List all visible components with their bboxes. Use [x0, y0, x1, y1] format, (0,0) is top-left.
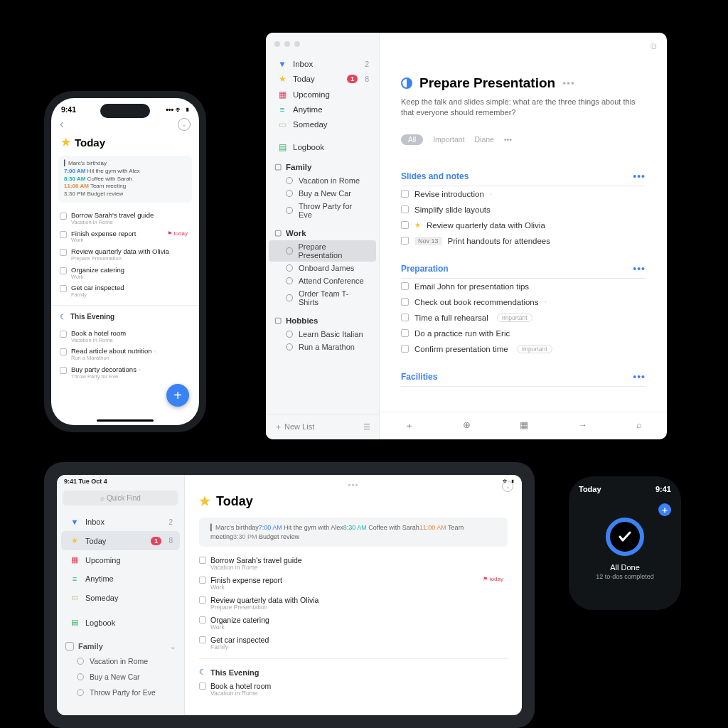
task-row[interactable]: Book a hotel room Vacation in Rome	[199, 680, 508, 700]
sidebar-item-today[interactable]: ★ Today 1 8	[61, 531, 180, 550]
toolbar-calendar-icon[interactable]: ▦	[520, 419, 528, 432]
task-checkbox[interactable]	[60, 231, 67, 238]
project-buy a new car[interactable]: Buy a New Car	[269, 187, 376, 200]
task-row[interactable]: Simplify slide layouts	[401, 202, 646, 218]
share-icon[interactable]: ⧉	[651, 41, 657, 51]
project-throw party for eve[interactable]: Throw Party for Eve	[57, 685, 184, 700]
sidebar-item-today[interactable]: ★ Today 1 8	[269, 71, 376, 87]
area-family[interactable]: ▢Family	[266, 155, 379, 174]
window-controls[interactable]	[266, 33, 379, 57]
section-title[interactable]: Facilities	[401, 372, 437, 382]
project-onboard james[interactable]: Onboard James	[269, 262, 376, 274]
task-checkbox[interactable]	[199, 616, 206, 623]
task-checkbox[interactable]	[60, 331, 67, 338]
add-task-button[interactable]: +	[166, 384, 189, 407]
sidebar-item-logbook[interactable]: ▤ Logbook	[269, 139, 376, 155]
project-more-icon[interactable]: •••	[562, 77, 575, 89]
task-checkbox[interactable]	[401, 298, 409, 306]
task-checkbox[interactable]	[199, 682, 206, 690]
task-checkbox[interactable]	[60, 348, 67, 355]
task-checkbox[interactable]	[199, 557, 206, 564]
task-checkbox[interactable]	[401, 205, 409, 213]
task-row[interactable]: Get car inspected Family	[199, 633, 508, 653]
home-indicator[interactable]	[97, 419, 154, 422]
calendar-events-card[interactable]: ▎Marc's birthday7:00 AM Hit the gym with…	[199, 518, 508, 547]
task-checkbox[interactable]	[401, 282, 409, 290]
task-checkbox[interactable]	[401, 221, 409, 229]
sidebar-item-inbox[interactable]: ▼ Inbox 2	[269, 57, 376, 71]
task-row[interactable]: Organize catering Work	[58, 264, 192, 283]
section-more-icon[interactable]: •••	[633, 263, 646, 274]
task-row[interactable]: Borrow Sarah's travel guide Vacation in …	[199, 554, 508, 574]
project-prepare presentation[interactable]: Prepare Presentation	[269, 240, 376, 262]
section-more-icon[interactable]: •••	[633, 171, 646, 182]
task-row[interactable]: Nov 13 Print handouts for attendees	[401, 233, 646, 249]
toolbar-move-icon[interactable]: →	[578, 419, 587, 432]
task-checkbox[interactable]	[199, 577, 206, 584]
tag-chip[interactable]: Important	[497, 314, 532, 322]
area-family[interactable]: Family ⌄	[57, 632, 184, 653]
task-checkbox[interactable]	[60, 285, 67, 292]
task-checkbox[interactable]	[401, 314, 409, 321]
section-title[interactable]: Slides and notes	[401, 171, 469, 181]
sidebar-item-someday[interactable]: ▭ Someday	[269, 117, 376, 132]
area-work[interactable]: ▢Work	[266, 221, 379, 240]
tag-diane[interactable]: Diane	[474, 135, 493, 144]
task-row[interactable]: Time a full rehearsal Important	[401, 310, 646, 326]
task-row[interactable]: Book a hotel room Vacation in Rome	[58, 328, 192, 346]
sidebar-item-anytime[interactable]: ≡ Anytime	[61, 569, 180, 588]
task-checkbox[interactable]	[401, 237, 409, 245]
back-chevron-icon[interactable]: ‹	[60, 117, 64, 132]
sidebar-item-anytime[interactable]: ≡ Anytime	[269, 102, 376, 117]
task-row[interactable]: Get car inspected Family	[58, 282, 192, 301]
task-checkbox[interactable]	[199, 636, 206, 643]
sidebar-item-upcoming[interactable]: ▦ Upcoming	[61, 550, 180, 569]
task-row[interactable]: Do a practice run with Eric	[401, 326, 646, 341]
task-checkbox[interactable]	[199, 596, 206, 604]
section-more-icon[interactable]: •••	[633, 371, 646, 382]
tag-chip[interactable]: Important	[517, 345, 552, 353]
area-hobbies[interactable]: ▢Hobbies	[266, 309, 379, 328]
project-notes[interactable]: Keep the talk and slides simple: what ar…	[401, 97, 643, 119]
task-row[interactable]: Borrow Sarah's travel guide Vacation in …	[58, 210, 192, 228]
task-checkbox[interactable]	[60, 267, 67, 274]
task-row[interactable]: Buy party decorations ▫ Throw Party for …	[58, 364, 192, 382]
toolbar-new-todo-icon[interactable]: ＋	[405, 419, 414, 432]
task-row[interactable]: Email John for presentation tips	[401, 279, 646, 294]
sidebar-item-upcoming[interactable]: ▦ Upcoming	[269, 87, 376, 102]
quick-find-input[interactable]: ⌕ Quick Find	[63, 491, 178, 505]
task-row[interactable]: Check out book recommendations ▫	[401, 294, 646, 310]
project-attend conference[interactable]: Attend Conference	[269, 274, 376, 287]
task-row[interactable]: Finish expense report Work ⚑ today	[199, 574, 508, 594]
collapse-toggle-icon[interactable]: ⌄	[502, 481, 513, 492]
task-row[interactable]: Read article about nutrition ▫ Run a Mar…	[58, 346, 192, 364]
task-checkbox[interactable]	[60, 249, 67, 256]
project-vacation in rome[interactable]: Vacation in Rome	[57, 653, 184, 669]
more-icon[interactable]: •••	[348, 481, 359, 491]
tag-more-icon[interactable]: •••	[504, 135, 512, 144]
calendar-events-card[interactable]: ▎Marc's birthday7:00 AM Hit the gym with…	[58, 156, 192, 203]
sidebar-item-inbox[interactable]: ▼ Inbox 2	[61, 513, 180, 531]
task-checkbox[interactable]	[401, 190, 409, 198]
project-learn basic italian[interactable]: Learn Basic Italian	[269, 328, 376, 341]
project-throw party for eve[interactable]: Throw Party for Eve	[269, 200, 376, 221]
task-checkbox[interactable]	[60, 367, 67, 374]
section-title[interactable]: Preparation	[401, 264, 449, 274]
add-task-button[interactable]: +	[658, 503, 671, 516]
task-row[interactable]: Revise introduction ▫	[401, 186, 646, 202]
toolbar-search-icon[interactable]: ⌕	[636, 419, 642, 432]
task-row[interactable]: Review quarterly data with Olivia Prepar…	[58, 246, 192, 264]
tag-all[interactable]: All	[401, 134, 423, 145]
task-checkbox[interactable]	[401, 345, 409, 353]
project-order team t-shirts[interactable]: Order Team T-Shirts	[269, 287, 376, 309]
collapse-toggle-icon[interactable]: ⌄	[178, 118, 191, 131]
task-checkbox[interactable]	[60, 213, 67, 220]
task-checkbox[interactable]	[401, 329, 409, 337]
project-buy a new car[interactable]: Buy a New Car	[57, 669, 184, 685]
tag-important[interactable]: Important	[433, 135, 464, 144]
settings-icon[interactable]: ☰	[363, 422, 370, 432]
task-row[interactable]: Confirm presentation time Important	[401, 341, 646, 357]
toolbar-new-heading-icon[interactable]: ⊕	[463, 419, 471, 432]
sidebar-item-someday[interactable]: ▭ Someday	[61, 588, 180, 607]
sidebar-item-logbook[interactable]: ▤ Logbook	[61, 613, 180, 632]
